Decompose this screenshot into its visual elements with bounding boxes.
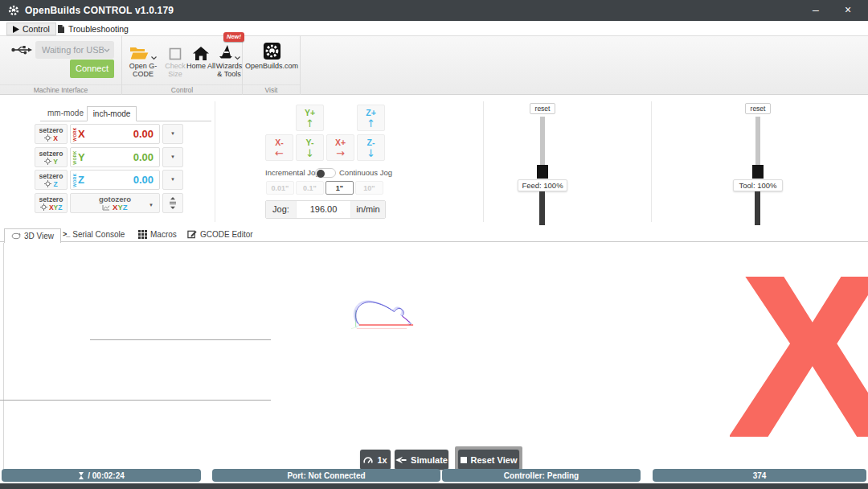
tab-macros-label: Macros — [150, 230, 177, 239]
port-dropdown[interactable]: Waiting for USB — [35, 41, 114, 59]
elevator-icon — [169, 197, 177, 209]
grid-icon — [138, 230, 147, 239]
jog-label: X- — [266, 138, 293, 147]
wizards-tools-label: Wizards & Tools — [213, 62, 245, 78]
usb-icon — [11, 44, 32, 55]
work-label: WORK — [72, 173, 77, 187]
jog-feedrate-row: Jog: 196.00 in/min — [265, 200, 386, 219]
home-all-button[interactable]: Home All — [186, 39, 216, 84]
wizard-hat-icon — [219, 45, 233, 60]
section-label-control: Control — [122, 84, 242, 95]
sim-speed-button[interactable]: 1x — [360, 450, 391, 470]
feed-slider-track[interactable] — [540, 117, 545, 165]
panel-divider — [651, 101, 652, 222]
edit-icon — [187, 229, 197, 239]
gotozero-caret-icon: ▼ — [149, 201, 154, 209]
tab-gcode-editor[interactable]: GCODE Editor — [187, 227, 253, 241]
ribbon-toolbar: Waiting for USB Connect Machine Interfac… — [0, 36, 868, 95]
reset-view-label: Reset View — [471, 455, 518, 465]
chevron-down-icon — [104, 48, 110, 52]
open-gcode-button[interactable]: Open G-CODE — [125, 39, 161, 84]
jog-z-minus-button[interactable]: Z-↓ — [357, 134, 385, 161]
arrow-up-icon: ↑ — [297, 117, 323, 129]
dro-y-readout: WORK Y 0.00 — [70, 147, 160, 167]
jog-y-plus-button[interactable]: Y+↑ — [296, 105, 324, 131]
tool-slider-handle[interactable] — [752, 165, 764, 179]
jog-mode-toggle[interactable] — [315, 168, 336, 178]
setzero-label: setzero — [39, 172, 63, 180]
tool-override-tooltip: Tool: 100% — [733, 179, 783, 191]
dro-y-value: 0.00 — [133, 151, 154, 163]
tab-macros[interactable]: Macros — [138, 227, 177, 241]
gotozero-button[interactable]: gotozero XYZ ▼ — [70, 193, 160, 213]
feed-slider-handle[interactable] — [537, 165, 548, 179]
tab-control-label: Control — [23, 24, 50, 34]
toolpath-preview — [301, 299, 547, 412]
step-10-button[interactable]: 10" — [355, 181, 383, 195]
jog-x-plus-button[interactable]: X+→ — [326, 134, 354, 161]
dro-x-axis: X — [78, 128, 85, 140]
simulate-button[interactable]: Simulate — [395, 450, 448, 470]
setzero-x-button[interactable]: setzero X — [35, 124, 68, 144]
dro-z-dropdown[interactable]: ▼ — [162, 170, 183, 190]
dro-y-dropdown[interactable]: ▼ — [162, 147, 183, 167]
continuous-jog-label: Continuous Jog — [339, 168, 392, 177]
rotate-3d-icon — [11, 232, 21, 240]
crosshair-icon — [44, 134, 51, 142]
setzero-xyz-button[interactable]: setzero XYZ — [35, 193, 68, 213]
connect-button[interactable]: Connect — [70, 60, 114, 78]
status-line-count: 374 — [653, 469, 866, 482]
openbuilds-com-button[interactable]: OpenBuilds.com — [244, 39, 299, 84]
simulate-label: Simulate — [411, 455, 448, 465]
dro-z-axis: Z — [78, 174, 84, 186]
arrow-left-icon: ← — [266, 147, 293, 159]
status-runtime: / 00:02:24 — [2, 469, 201, 482]
minimize-button[interactable]: – — [804, 0, 828, 21]
step-1-button[interactable]: 1" — [326, 181, 354, 195]
jog-z-plus-button[interactable]: Z+↑ — [357, 105, 385, 131]
watermark-x: X — [730, 277, 868, 471]
dro-x-value: 0.00 — [133, 128, 154, 140]
viewport-border — [3, 243, 4, 470]
jog-x-minus-button[interactable]: X-← — [265, 134, 293, 161]
jog-label: Z- — [358, 138, 384, 147]
document-icon — [57, 24, 65, 34]
tab-troubleshooting[interactable]: Troubleshooting — [51, 23, 134, 35]
terminal-icon: >_ — [63, 230, 69, 238]
section-control: Open G-CODE Check Size Home All — [122, 36, 243, 95]
jog-label: Z+ — [358, 108, 384, 117]
arrow-down-icon: ↓ — [297, 147, 323, 159]
tool-reset-button[interactable]: reset — [745, 103, 771, 114]
step-0.1-button[interactable]: 0.1" — [296, 181, 324, 195]
axis-z-letter: Z — [54, 180, 58, 188]
feed-slider-track-lower[interactable] — [539, 191, 545, 225]
dro-x-dropdown[interactable]: ▼ — [162, 124, 183, 144]
tab-3d-view[interactable]: 3D View — [4, 228, 61, 243]
openbuilds-control-window: OpenBuilds CONTROL v1.0.179 – × Control … — [0, 0, 868, 489]
window-bottom-edge — [0, 483, 868, 489]
jog-y-minus-button[interactable]: Y-↓ — [296, 134, 324, 161]
keyboard-jog-watermark: X — [730, 277, 868, 471]
probe-menu-button[interactable] — [162, 193, 183, 213]
feed-reset-button[interactable]: reset — [530, 103, 555, 114]
feed-override-tooltip: Feed: 100% — [518, 179, 567, 191]
setzero-z-button[interactable]: setzero Z — [35, 170, 68, 190]
reset-view-button[interactable]: Reset View — [458, 450, 519, 470]
home-all-label: Home All — [186, 62, 216, 70]
wizards-tools-button[interactable]: Wizards & Tools — [213, 39, 245, 84]
tab-serial-console[interactable]: >_ Serial Console — [63, 227, 125, 241]
tool-slider-track[interactable] — [755, 117, 760, 165]
setzero-label: setzero — [39, 195, 63, 203]
step-0.01-button[interactable]: 0.01" — [266, 181, 294, 195]
tool-slider-track-lower[interactable] — [755, 191, 760, 225]
close-button[interactable]: × — [836, 0, 860, 21]
axis-y-letter: Y — [53, 158, 58, 166]
play-icon — [13, 26, 19, 33]
setzero-y-button[interactable]: setzero Y — [35, 147, 68, 167]
tab-control[interactable]: Control — [6, 23, 56, 35]
status-controller: Controller: Pending — [442, 469, 641, 482]
jog-feedrate-input[interactable]: 196.00 — [296, 201, 351, 218]
tab-inch-mode[interactable]: inch-mode — [87, 106, 137, 121]
tab-mm-mode[interactable]: mm-mode — [44, 106, 87, 121]
jog-label: Y+ — [297, 108, 323, 117]
